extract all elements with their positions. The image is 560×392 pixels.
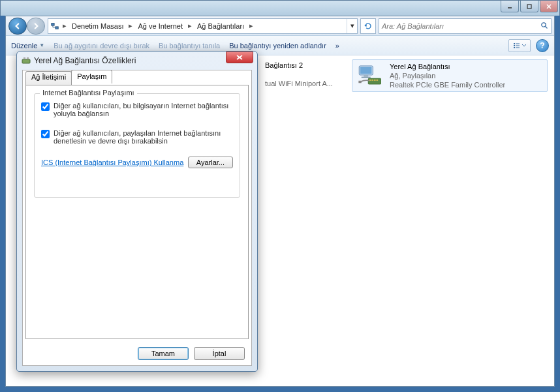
svg-rect-23: [358, 81, 361, 83]
ics-help-link[interactable]: ICS (Internet Bağlantısı Paylaşımı) Kull…: [41, 158, 183, 166]
svg-rect-20: [372, 80, 374, 81]
svg-point-6: [542, 22, 546, 26]
more-commands[interactable]: »: [335, 42, 339, 50]
refresh-button[interactable]: [360, 18, 376, 34]
rename-connection-button[interactable]: Bu bağlantıyı yeniden adlandır: [229, 42, 326, 50]
organize-menu[interactable]: Düzenle▼: [11, 42, 44, 50]
properties-dialog: Yerel Ağ Bağlantısı Özellikleri Ağ İleti…: [16, 51, 258, 372]
back-button[interactable]: [8, 18, 27, 35]
connection-item-lan[interactable]: Yerel Ağ Bağlantısı Ağ, Paylaşılan Realt…: [352, 59, 548, 92]
diagnose-button[interactable]: Bu bağlantıyı tanıla: [159, 42, 220, 50]
checkbox-label: Diğer ağ kullanıcıları, paylaşılan Inter…: [54, 129, 233, 145]
chevron-right-icon[interactable]: ▸: [248, 22, 255, 30]
breadcrumb[interactable]: ▸ Denetim Masası ▸ Ağ ve Internet ▸ Ağ B…: [48, 18, 358, 34]
checkbox-input[interactable]: [41, 102, 50, 111]
search-icon[interactable]: [540, 22, 548, 31]
svg-rect-21: [374, 80, 376, 81]
close-button[interactable]: [540, 1, 558, 12]
ics-groupbox: Internet Bağlantısı Paylaşımı Diğer ağ k…: [34, 93, 240, 198]
svg-rect-24: [22, 59, 30, 63]
checkbox-label: Diğer ağ kullanıcıları, bu bilgisayarın …: [54, 102, 233, 117]
view-options-button[interactable]: [508, 39, 531, 52]
network-icon: [48, 22, 61, 31]
breadcrumb-dropdown[interactable]: ▾: [347, 19, 357, 33]
allow-others-control-checkbox[interactable]: Diğer ağ kullanıcıları, paylaşılan Inter…: [41, 129, 233, 145]
dialog-titlebar[interactable]: Yerel Ağ Bağlantısı Özellikleri: [17, 52, 257, 70]
dialog-body: Ağ İletişimi Paylaşım Internet Bağlantıs…: [22, 70, 252, 366]
breadcrumb-seg-network-internet[interactable]: Ağ ve Internet: [134, 19, 187, 33]
groupbox-title: Internet Bağlantısı Paylaşımı: [40, 89, 137, 97]
dialog-close-button[interactable]: [226, 52, 253, 63]
cancel-button[interactable]: İptal: [194, 347, 245, 360]
svg-rect-10: [514, 47, 515, 48]
connection-title: Bağlantısı 2: [265, 61, 333, 70]
svg-rect-26: [27, 57, 29, 59]
allow-others-connect-checkbox[interactable]: Diğer ağ kullanıcıları, bu bilgisayarın …: [41, 102, 233, 117]
connection-status: Ağ, Paylaşılan: [390, 71, 505, 80]
chevron-right-icon[interactable]: ▸: [61, 22, 68, 30]
connection-adapter: Realtek PCIe GBE Family Controller: [390, 80, 505, 89]
tab-panel-sharing: Internet Bağlantısı Paylaşımı Diğer ağ k…: [25, 85, 249, 339]
network-adapter-icon: [354, 62, 384, 88]
disable-device-button[interactable]: Bu ağ aygıtını devre dışı bırak: [54, 42, 149, 50]
minimize-button[interactable]: [501, 1, 519, 12]
ok-button[interactable]: Tamam: [138, 347, 189, 360]
outer-window-titlebar: [0, 0, 560, 16]
svg-rect-22: [377, 80, 379, 81]
tab-sharing[interactable]: Paylaşım: [71, 70, 112, 83]
chevron-right-icon[interactable]: ▸: [127, 22, 134, 30]
svg-rect-16: [364, 75, 368, 77]
svg-rect-17: [362, 77, 371, 78]
svg-rect-25: [23, 57, 25, 59]
svg-rect-1: [527, 5, 531, 8]
search-placeholder: Ara: Ağ Bağlantıları: [382, 22, 444, 30]
chevron-down-icon: ▼: [39, 42, 44, 48]
forward-button[interactable]: [27, 18, 45, 35]
svg-rect-19: [369, 80, 371, 81]
svg-rect-18: [368, 78, 381, 84]
svg-rect-5: [55, 26, 58, 29]
svg-rect-15: [360, 67, 372, 74]
svg-rect-4: [52, 23, 54, 25]
connection-item-wifi[interactable]: Bağlantısı 2 tual WiFi Miniport A...: [264, 59, 349, 89]
help-button[interactable]: ?: [536, 39, 549, 52]
chevron-right-icon[interactable]: ▸: [187, 22, 193, 30]
connection-title: Yerel Ağ Bağlantısı: [390, 62, 505, 71]
checkbox-input[interactable]: [41, 130, 50, 138]
tab-networking[interactable]: Ağ İletişimi: [25, 71, 72, 85]
search-input[interactable]: Ara: Ağ Bağlantıları: [379, 18, 552, 34]
connection-subtitle: [265, 70, 333, 79]
breadcrumb-seg-control-panel[interactable]: Denetim Masası: [68, 19, 127, 33]
connection-adapter: tual WiFi Miniport A...: [265, 79, 333, 88]
svg-rect-8: [514, 43, 515, 44]
dialog-title: Yerel Ağ Bağlantısı Özellikleri: [34, 56, 136, 65]
maximize-button[interactable]: [520, 1, 538, 12]
adapter-icon: [21, 55, 31, 66]
breadcrumb-seg-connections[interactable]: Ağ Bağlantıları: [193, 19, 248, 33]
svg-rect-9: [514, 45, 515, 46]
navigation-bar: ▸ Denetim Masası ▸ Ağ ve Internet ▸ Ağ B…: [6, 16, 554, 36]
svg-line-7: [546, 26, 548, 28]
settings-button[interactable]: Ayarlar...: [188, 157, 233, 168]
